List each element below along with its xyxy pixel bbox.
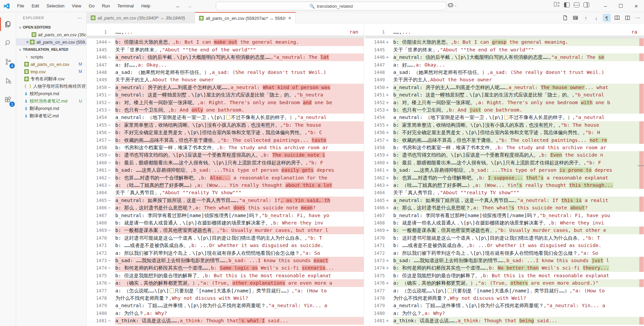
diff-row-1454[interactable]: 1454a_neutral: （地下室倒是还有一室一卫，\[p\]不过不像有人长… xyxy=(365,114,644,121)
diff-row-1451[interactable]: 1451−b_neutral: 这是一幢独居别墅，\[p\]屋主的生活方式应该是… xyxy=(87,91,364,98)
diff-row-1451[interactable]: 1451+b_neutral: 这是一幢独居别墅，\[p\]屋主的生活方式应该是… xyxy=(365,91,644,98)
menu-selection[interactable]: Selection xyxy=(43,2,67,10)
source-control-icon[interactable]: 4 xyxy=(0,54,16,70)
diff-row-1468[interactable]: 1468b: 就是请一些名人或普通人，\[p\]在摄影棚搭建的场景里解决案子。,… xyxy=(87,219,364,227)
diff-row-1475[interactable]: 1475b: 但这是我能想到的最合理的解释了。,b: But this is t… xyxy=(365,272,644,279)
diff-row-1480[interactable]: 1480a: 为什么？,a: Why? xyxy=(87,310,364,317)
tree-item-人物字母对应和性格经历背景…[interactable]: { }人物字母对应和性格经历背景… xyxy=(16,83,86,90)
tab-diff-559207ac[interactable]: all_parts_cn_en.csv (559207ac^ ↔ 559207a… xyxy=(195,12,296,24)
open-editors-header[interactable]: ∨ OPEN EDITORS xyxy=(16,24,86,31)
diff-row-1477[interactable]: 1477a: （怎么说呢……\[p\]只要别是「[name]大逃杀[/name]… xyxy=(87,287,364,294)
diff-row-1459[interactable]: 1459+b: 遗书也写得文绉绉的。\[p\]应该是一个受教育程度很高的人。,b… xyxy=(365,151,644,159)
diff-row-1463[interactable]: 1463−a: （哇……丁姐真的想了好多啊……）,a: (Wow... Yin … xyxy=(87,181,364,189)
diff-row-1473[interactable]: 1473−b_sad: ……我知道这听上去特别像电影里的情节……,b_sad: … xyxy=(87,257,364,264)
diff-row-1465[interactable]: 1465+a_neutral: 如果按丁姐所说，这是一个真人秀节目……,"a_n… xyxy=(365,197,644,204)
diff-row-1446[interactable]: 1446−a_neutral: 信的后半截，\[p\]大概能明白写的人有些消极的… xyxy=(87,53,364,61)
diff-row-1476[interactable]: 1476+a: （确实，其他的解释都更荒诞。）,"a: (True, other… xyxy=(365,279,644,287)
diff-row-1480[interactable]: 1480a: 为什么？,a: Why? xyxy=(365,310,644,317)
diff-row-1450[interactable]: 1450−a_neutral: 房子的主人……到底是个怎样的人呢……,a_neu… xyxy=(87,84,364,91)
render-whitespace-icon[interactable]: ¶ xyxy=(603,14,611,22)
tree-item-专有名词翻译.csv[interactable]: 专有名词翻译.csv xyxy=(16,75,86,83)
diff-row-1469[interactable]: 1469−b: 一般都是谋杀案，但其他密室类谜题也有。,"b: Usually … xyxy=(87,227,364,234)
diff-row-1466[interactable]: 1466+a: 那么，这封遗书是什么意思呢？,a: Then what's th… xyxy=(365,204,644,211)
tree-item-tmp.csv[interactable]: tmp.csvM xyxy=(16,68,86,75)
diff-row-1444[interactable]: 1444−b: 但能读出大致的意思。,b: But I can make out… xyxy=(87,38,364,46)
menu-edit[interactable]: Edit xyxy=(29,2,42,10)
menu-run[interactable]: Run xyxy=(99,2,113,10)
diff-row-1452[interactable]: 1452+a: 对。楼上只有一间卧室一张床呢。,a: Right. There'… xyxy=(365,99,644,106)
extensions-icon[interactable]: 1 xyxy=(0,92,16,108)
diff-row-1479[interactable]: 1479a_neutral: 丁姐……这件事情，\[p\]你为什么不找何老师商量… xyxy=(87,302,364,309)
copilot-menu[interactable]: ⌄ xyxy=(448,2,457,8)
diff-row-1462[interactable]: 1462−b: 也算……对遗书的一个合理解释吧。,b: Also... a re… xyxy=(87,174,364,181)
next-change-icon[interactable]: ↓ xyxy=(592,14,600,22)
diff-row-1471[interactable]: 1471b: ……或者是不是被伪装成自杀。,b: ...Or whether i… xyxy=(365,242,644,249)
diff-row-1[interactable]: 1……,...ran xyxy=(87,28,364,36)
diff-row-1464[interactable]: 1464关于「真人秀节目」,"About ""reality TV show""… xyxy=(365,189,644,196)
diff-row-1458[interactable]: 1458b: 书房和这个档案室一样，堆满了书本文件。,b: The study … xyxy=(365,144,644,151)
toggle-primary-sidebar-icon[interactable] xyxy=(564,2,570,7)
maximize-button[interactable]: ☐ xyxy=(613,0,629,12)
tree-item-scripts[interactable]: ›scripts xyxy=(16,53,86,60)
navigate-back-icon[interactable]: ← xyxy=(175,3,181,9)
diff-row-1[interactable]: 1……,...ra xyxy=(365,28,644,36)
diff-row-1465[interactable]: 1465−a_neutral: 如果按丁姐所说，这是一个真人秀节目……,"a_n… xyxy=(87,197,364,204)
diff-row-1457[interactable]: 1457+b: 收藏的画……品味不算高，但也不至于庸俗。,"b: The col… xyxy=(365,136,644,144)
navigate-forward-icon[interactable]: → xyxy=(187,3,192,9)
diff-row-1449[interactable]: 1449关于房子的主人,About the house owner xyxy=(365,76,644,83)
previous-change-icon[interactable]: ↑ xyxy=(582,14,590,22)
menu-terminal[interactable]: Terminal xyxy=(114,2,137,10)
hidden-region-separator[interactable] xyxy=(365,36,644,38)
diff-row-1478[interactable]: 1478为什么不找何老师商量？,Why not discuss with Wei… xyxy=(365,294,644,302)
diff-original-pane[interactable]: 1……,...ran1444−b: 但能读出大致的意思。,b: But I ca… xyxy=(87,24,364,326)
minimize-button[interactable]: ─ xyxy=(598,0,613,12)
diff-row-1467[interactable]: 1467b_neutral: 李同学有看过那种[name]侦探推理秀[/name… xyxy=(87,212,364,219)
close-button[interactable]: ✕ xyxy=(629,0,644,12)
diff-row-1460[interactable]: 1460−b: 最后，眼瞎都能看出来……这个人很有钱。\[p\]只有上流阶层才住… xyxy=(87,159,364,166)
diff-row-1479[interactable]: 1479a_neutral: 丁姐……这件事情，\[p\]你为什么不找何老师商量… xyxy=(365,302,644,309)
toggle-panel-icon[interactable] xyxy=(574,2,579,7)
diff-row-1448[interactable]: 1448a_sad: （她果然对何老师有些不信任。）,a_sad: (She r… xyxy=(365,69,644,76)
diff-row-1457[interactable]: 1457−b: 收藏的画……品味不算高，但也不至于庸俗。,"b: The col… xyxy=(87,136,364,144)
close-tab-icon[interactable]: ✕ xyxy=(288,16,291,21)
diff-row-1456[interactable]: 1456−b: 不好完全确定屋主是男是女，\[p\]但结合室内装饰和文笔字迹，我… xyxy=(87,129,364,136)
open-preview-icon[interactable] xyxy=(613,14,621,22)
diff-row-1455[interactable]: 1455−b: 家里简单整洁，收纳结构清晰。\[p\]没有小孩儿的东西，也没有照… xyxy=(87,121,364,129)
diff-row-1474[interactable]: 1474+b: 和何老师的科幻桥段其实也一个道理……,b: No better … xyxy=(365,264,644,272)
diff-row-1446[interactable]: 1446+a_neutral: 信的后半截，\[p\]大概能明白写的人有些消极的… xyxy=(365,53,644,61)
diff-row-1459[interactable]: 1459−b: 遗书也写得文绉绉的。\[p\]应该是一个受教育程度很高的人。,b… xyxy=(87,151,364,159)
split-editor-icon[interactable] xyxy=(623,14,632,22)
diff-row-1470[interactable]: 1470b: 这封遗书可能就是这么一个道具，\[p\]目的是让我们猜出遗书的主人… xyxy=(365,234,644,242)
diff-row-1445[interactable]: 1445关于「世界的终末」,"About ""the end of the wo… xyxy=(87,46,364,53)
diff-row-1466[interactable]: 1466−a: 那么，这封遗书是什么意思呢？,a: Then what does… xyxy=(87,204,364,211)
explorer-icon[interactable] xyxy=(0,16,16,32)
diff-row-1447[interactable]: 1447a: 好……,a: Okay... xyxy=(365,61,644,69)
diff-row-1454[interactable]: 1454a_neutral: （地下室倒是还有一室一卫，\[p\]不过不像有人长… xyxy=(87,114,364,121)
customize-layout-icon[interactable] xyxy=(554,2,560,7)
menu-help[interactable]: Help xyxy=(138,2,153,10)
diff-row-1461[interactable]: 1461+b_sad: ……这类人容易得抑郁症。,b_sad: ...This … xyxy=(365,166,644,174)
tree-item-校对润色者笔记.md[interactable]: ⬇校对润色者笔记.mdU xyxy=(16,97,86,105)
more-actions-icon[interactable]: ⋯ xyxy=(634,14,642,22)
tree-item-all_parts_cn_en.csv[interactable]: all_parts_cn_en.csvM xyxy=(16,60,86,68)
diff-row-1456[interactable]: 1456+b: 不好完全确定屋主是男是女，\[p\]但结合室内装饰和文笔字迹，我… xyxy=(365,129,644,136)
diff-row-1461[interactable]: 1461−b_sad: ……这类人容易得抑郁症。,b_sad: ...This … xyxy=(87,166,364,174)
diff-row-1444[interactable]: 1444+b: 但能读出大致的意思。,b: But I can grasp th… xyxy=(365,38,644,46)
diff-row-1474[interactable]: 1474−b: 和何老师的科幻桥段其实也一个道理……,b: Same logic… xyxy=(87,264,364,272)
diff-row-1447[interactable]: 1447a: 好……,a: Okay... xyxy=(87,61,364,69)
folder-root-header[interactable]: ∨ TRANSLATION_RELATED xyxy=(16,46,86,53)
search-view-icon[interactable] xyxy=(0,35,16,51)
diff-row-1471[interactable]: 1471b: ……或者是不是被伪装成自杀。,b: ...Or whether i… xyxy=(87,242,364,249)
overview-ruler[interactable] xyxy=(639,24,644,326)
diff-row-1481[interactable]: 1481+a_think: 话虽是这么说……,a_think: Though t… xyxy=(365,317,644,324)
diff-row-1455[interactable]: 1455+b: 家里简单整洁，收纳结构清晰。\[p\]没有小孩儿的东西，也没有照… xyxy=(365,121,644,129)
diff-row-1453[interactable]: 1453+b: 也只有一个卫生间。,b: And just one bathro… xyxy=(365,106,644,114)
diff-row-1453[interactable]: 1453−b: 也只有一个卫生间。,b: And only one bathro… xyxy=(87,106,364,114)
menu-go[interactable]: Go xyxy=(86,2,97,10)
diff-row-1477[interactable]: 1477a: （怎么说呢……\[p\]只要别是「[name]大逃杀[/name]… xyxy=(365,287,644,294)
menu-view[interactable]: View xyxy=(69,2,84,10)
hidden-region-separator[interactable] xyxy=(87,36,364,38)
tree-item-翻译prompt.md[interactable]: ⬇翻译prompt.md xyxy=(16,105,86,112)
diff-row-1462[interactable]: 1462+b: 也算……对遗书的一个合理解释吧。,b: I suppose...… xyxy=(365,174,644,181)
tree-item-校对prompt.md[interactable]: ⬇校对prompt.md xyxy=(16,90,86,97)
